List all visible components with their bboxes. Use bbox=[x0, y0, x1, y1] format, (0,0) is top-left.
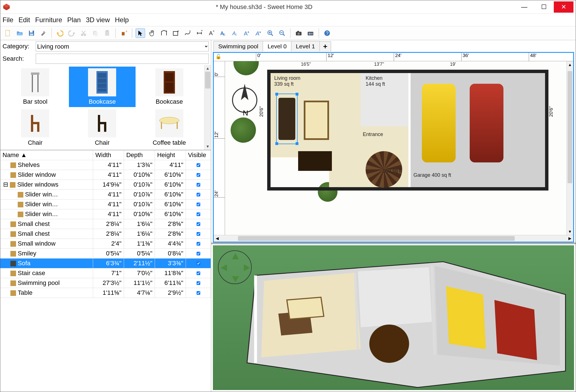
save-icon[interactable] bbox=[27, 28, 36, 38]
menu-file[interactable]: File bbox=[3, 16, 14, 24]
column-header[interactable]: Height bbox=[155, 150, 186, 160]
table-row[interactable]: ⊟ Slider windows14'9⅛"0'10⅞"6'10⅝" bbox=[0, 180, 211, 190]
menu-plan[interactable]: Plan bbox=[67, 16, 81, 24]
table-row[interactable]: Table1'11⅝"4'7⅛"2'9½" bbox=[0, 288, 211, 298]
paste-icon[interactable] bbox=[102, 28, 112, 38]
view-3d[interactable] bbox=[213, 245, 574, 390]
text-increase-icon[interactable]: A bbox=[242, 28, 251, 38]
table-row[interactable]: Slider win…4'11"0'10⅞"6'10⅝" bbox=[0, 190, 211, 200]
create-dimension-icon[interactable]: + bbox=[195, 28, 204, 38]
visible-checkbox[interactable] bbox=[197, 173, 200, 177]
visible-checkbox[interactable] bbox=[197, 232, 200, 236]
preferences-icon[interactable] bbox=[39, 28, 48, 38]
lock-icon[interactable]: 🔓 bbox=[215, 54, 221, 60]
visible-checkbox[interactable] bbox=[197, 252, 200, 255]
scroll-up-icon[interactable]: ▲ bbox=[204, 65, 211, 72]
table-row[interactable]: Sofa6'3¾"2'11½"3'3⅜" bbox=[0, 259, 211, 268]
undo-icon[interactable] bbox=[55, 28, 65, 38]
text-italic-icon[interactable]: Ai bbox=[230, 28, 240, 38]
create-room-icon[interactable]: + bbox=[171, 28, 181, 38]
scroll-right-icon[interactable]: ▶ bbox=[566, 235, 573, 242]
cell-visible[interactable] bbox=[186, 160, 211, 170]
tab-add-level[interactable]: + bbox=[320, 41, 331, 51]
scrollbar-handle[interactable] bbox=[238, 236, 515, 241]
tab-level-0[interactable]: Level 0 bbox=[263, 41, 291, 51]
copy-icon[interactable] bbox=[91, 28, 100, 38]
catalog-item[interactable]: Bookcase bbox=[69, 67, 135, 107]
new-icon[interactable] bbox=[3, 28, 13, 38]
open-icon[interactable] bbox=[15, 28, 24, 38]
visible-checkbox[interactable] bbox=[197, 222, 200, 226]
redo-icon[interactable] bbox=[67, 28, 76, 38]
scroll-down-icon[interactable]: ▼ bbox=[567, 228, 573, 235]
cell-visible[interactable] bbox=[186, 200, 211, 209]
table-row[interactable]: Stair case7'1"7'0½"11'8⅜" bbox=[0, 268, 211, 278]
video-icon[interactable] bbox=[306, 28, 315, 38]
create-polyline-icon[interactable]: + bbox=[183, 28, 192, 38]
cell-visible[interactable] bbox=[186, 259, 211, 268]
cut-icon[interactable] bbox=[79, 28, 88, 38]
cell-visible[interactable] bbox=[186, 180, 211, 190]
minimize-button[interactable]: — bbox=[514, 1, 534, 13]
table-row[interactable]: Shelves4'11"1'3¾"4'11" bbox=[0, 160, 211, 170]
column-header[interactable]: Width bbox=[93, 150, 124, 160]
scrollbar-handle[interactable] bbox=[205, 72, 210, 89]
zoom-out-icon[interactable] bbox=[277, 28, 287, 38]
plan-scrollbar-v[interactable]: ▲ ▼ bbox=[566, 61, 573, 235]
column-header[interactable]: Name ▲ bbox=[0, 150, 93, 160]
visible-checkbox[interactable] bbox=[197, 183, 200, 187]
catalog-scrollbar[interactable]: ▲ ▼ bbox=[204, 65, 211, 150]
cell-visible[interactable] bbox=[186, 278, 211, 288]
tab-level-1[interactable]: Level 1 bbox=[291, 41, 320, 51]
visible-checkbox[interactable] bbox=[197, 242, 200, 246]
catalog-item[interactable]: Chair bbox=[69, 108, 135, 148]
pan-tool-icon[interactable] bbox=[147, 28, 157, 38]
visible-checkbox[interactable] bbox=[197, 163, 200, 167]
scrollbar-handle[interactable] bbox=[568, 71, 572, 183]
plan-canvas[interactable]: 16'5" 13'7" 19' 20'6" 20'6" bbox=[225, 61, 566, 235]
search-input[interactable] bbox=[36, 54, 209, 64]
text-decrease-icon[interactable]: A bbox=[254, 28, 263, 38]
menu-help[interactable]: Help bbox=[115, 16, 129, 24]
table-row[interactable]: Smiley0'5¼"0'5¼"0'8¼" bbox=[0, 249, 211, 259]
zoom-in-icon[interactable] bbox=[266, 28, 275, 38]
catalog-item[interactable]: Coffee table bbox=[136, 108, 202, 148]
visible-checkbox[interactable] bbox=[197, 203, 200, 206]
select-tool-icon[interactable] bbox=[136, 28, 145, 38]
scroll-up-icon[interactable]: ▲ bbox=[567, 61, 573, 68]
scroll-left-icon[interactable]: ◀ bbox=[214, 235, 220, 242]
cell-visible[interactable] bbox=[186, 249, 211, 259]
visible-checkbox[interactable] bbox=[197, 281, 200, 285]
table-row[interactable]: Small chest2'8¼"1'6¼"2'8⅝" bbox=[0, 219, 211, 229]
tab-swimming-pool[interactable]: Swimming pool bbox=[213, 41, 263, 51]
table-row[interactable]: Small window2'4"1'1⅜"4'4¾" bbox=[0, 239, 211, 249]
plan-scrollbar-h[interactable]: ◀ ▶ bbox=[214, 235, 573, 242]
cell-visible[interactable] bbox=[186, 219, 211, 229]
table-row[interactable]: Slider win…4'11"0'10⅝"6'10⅝" bbox=[0, 209, 211, 219]
cell-visible[interactable] bbox=[186, 209, 211, 219]
cell-visible[interactable] bbox=[186, 229, 211, 239]
table-row[interactable]: Slider window4'11"0'10⅝"6'10⅝" bbox=[0, 170, 211, 180]
visible-checkbox[interactable] bbox=[197, 262, 200, 265]
visible-checkbox[interactable] bbox=[197, 291, 200, 295]
column-header[interactable]: Depth bbox=[124, 150, 155, 160]
menu-edit[interactable]: Edit bbox=[19, 16, 30, 24]
help-icon[interactable]: ? bbox=[322, 28, 332, 38]
table-row[interactable]: Slider win…4'11"0'10⅞"6'10⅝" bbox=[0, 200, 211, 209]
cell-visible[interactable] bbox=[186, 190, 211, 200]
scroll-down-icon[interactable]: ▼ bbox=[204, 143, 211, 150]
close-button[interactable]: ✕ bbox=[554, 1, 573, 13]
visible-checkbox[interactable] bbox=[197, 193, 200, 196]
photo-icon[interactable] bbox=[294, 28, 303, 38]
menu-furniture[interactable]: Furniture bbox=[35, 16, 62, 24]
table-row[interactable]: Swimming pool27'3½"11'1½"6'11¾" bbox=[0, 278, 211, 288]
cell-visible[interactable] bbox=[186, 288, 211, 298]
table-row[interactable]: Small chest2'8¼"1'6¼"2'8⅝" bbox=[0, 229, 211, 239]
plan-view[interactable]: 🔓 0' 12' 24' 36' 48' 0' 12' 24' bbox=[213, 52, 574, 243]
visible-checkbox[interactable] bbox=[197, 271, 200, 275]
cell-visible[interactable] bbox=[186, 239, 211, 249]
category-select[interactable]: Living room bbox=[36, 41, 209, 51]
catalog-item[interactable]: Bookcase bbox=[136, 67, 202, 107]
catalog-item[interactable]: Bar stool bbox=[2, 67, 68, 107]
visible-checkbox[interactable] bbox=[197, 212, 200, 216]
